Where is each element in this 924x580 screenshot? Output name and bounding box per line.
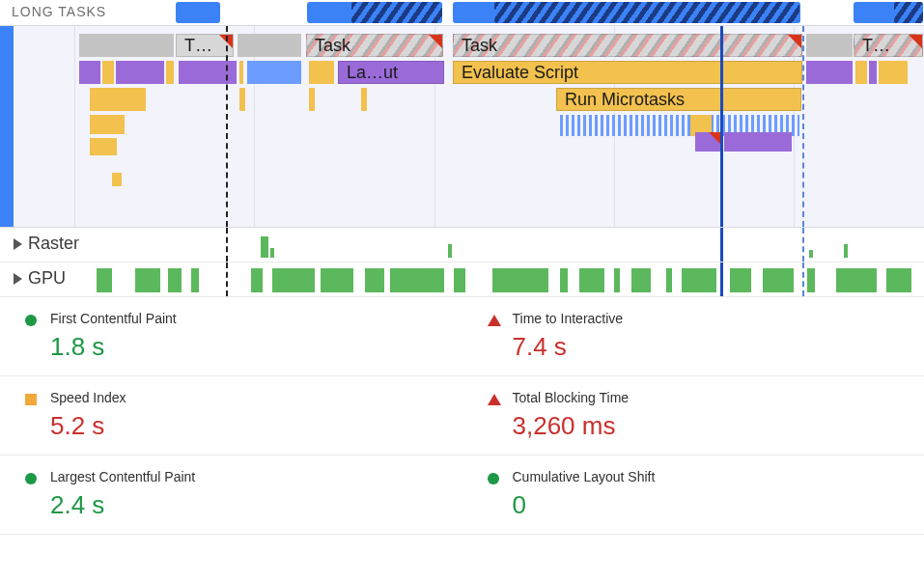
gpu-activity[interactable] [454, 268, 465, 292]
task-bar[interactable] [806, 34, 853, 57]
time-marker-dashed-blue [802, 228, 804, 262]
layout-block[interactable] [806, 61, 853, 84]
metric-largest-contentful-paint[interactable]: Largest Contentful Paint 2.4 s [0, 456, 462, 535]
status-warn-icon [25, 394, 37, 405]
gpu-activity[interactable] [614, 268, 620, 292]
task-bar[interactable]: Task [453, 34, 802, 57]
evaluate-script-bar[interactable]: Evaluate Script [453, 61, 802, 84]
layout-block[interactable] [79, 61, 100, 84]
gpu-activity[interactable] [560, 268, 568, 292]
gpu-activity[interactable] [365, 268, 384, 292]
script-block[interactable] [309, 61, 334, 84]
metric-value: 1.8 s [50, 332, 453, 362]
script-block[interactable] [112, 173, 122, 186]
metric-label: Total Blocking Time [513, 390, 915, 405]
time-marker-solid [720, 228, 723, 262]
time-marker-dashed[interactable] [226, 26, 228, 227]
status-good-icon [25, 315, 37, 326]
main-thread-flame-chart[interactable]: T… Task Task T… La…ut Evaluate Script Ru… [0, 25, 924, 228]
status-good-icon [25, 473, 37, 484]
gpu-activity[interactable] [321, 268, 353, 292]
script-block[interactable] [90, 138, 117, 155]
layout-block[interactable] [724, 132, 792, 152]
long-task-bar-hatched[interactable] [894, 2, 923, 23]
gpu-activity[interactable] [886, 268, 911, 292]
gpu-track-label: GPU [14, 268, 66, 289]
metric-value: 5.2 s [50, 411, 453, 441]
metric-label: Largest Contentful Paint [50, 469, 453, 484]
gpu-label: GPU [28, 268, 66, 289]
time-marker-dashed [226, 262, 228, 296]
task-bar[interactable]: T… [176, 34, 234, 57]
gpu-activity[interactable] [191, 268, 199, 292]
script-block[interactable] [309, 88, 315, 111]
script-block[interactable] [879, 61, 908, 84]
expand-icon[interactable] [14, 238, 22, 250]
layout-block[interactable] [695, 132, 722, 152]
script-block[interactable] [166, 61, 174, 84]
task-label: T… [184, 36, 212, 55]
task-bar[interactable]: T… [854, 34, 923, 57]
task-bar[interactable] [79, 34, 174, 57]
gpu-activity[interactable] [836, 268, 877, 292]
layout-block[interactable] [179, 61, 237, 84]
gpu-activity[interactable] [682, 268, 716, 292]
script-block[interactable] [90, 115, 125, 134]
raster-activity[interactable] [261, 236, 268, 258]
metric-total-blocking-time[interactable]: Total Blocking Time 3,260 ms [462, 376, 925, 456]
gpu-activity[interactable] [666, 268, 672, 292]
gpu-track[interactable]: GPU [0, 262, 924, 297]
layout-block[interactable] [869, 61, 877, 84]
raster-activity[interactable] [270, 248, 274, 258]
task-label: Task [315, 36, 350, 55]
layout-block[interactable] [116, 61, 164, 84]
long-task-bar-hatched[interactable] [494, 2, 799, 23]
layout-label: La…ut [347, 63, 398, 82]
raster-activity[interactable] [844, 244, 848, 258]
raster-track-label: Raster [14, 234, 79, 254]
script-block[interactable] [855, 61, 867, 84]
metric-cumulative-layout-shift[interactable]: Cumulative Layout Shift 0 [462, 456, 925, 535]
gpu-activity[interactable] [730, 268, 751, 292]
status-good-icon [488, 473, 499, 484]
gpu-activity[interactable] [168, 268, 182, 292]
task-bar[interactable] [238, 34, 301, 57]
gpu-activity[interactable] [272, 268, 315, 292]
metric-label: First Contentful Paint [50, 311, 453, 326]
block[interactable] [247, 61, 301, 84]
gpu-activity[interactable] [631, 268, 651, 292]
metric-time-to-interactive[interactable]: Time to Interactive 7.4 s [462, 297, 925, 376]
script-block[interactable] [239, 61, 243, 84]
gpu-activity[interactable] [763, 268, 794, 292]
script-block[interactable] [102, 61, 114, 84]
raster-activity[interactable] [809, 250, 813, 258]
gpu-activity[interactable] [97, 268, 112, 292]
task-bar[interactable]: Task [306, 34, 443, 57]
time-marker-solid[interactable] [720, 26, 723, 227]
script-block[interactable] [361, 88, 367, 111]
expand-icon[interactable] [14, 273, 22, 285]
microtasks-label: Run Microtasks [565, 90, 685, 109]
metric-speed-index[interactable]: Speed Index 5.2 s [0, 376, 462, 456]
layout-bar[interactable]: La…ut [338, 61, 444, 84]
gpu-activity[interactable] [579, 268, 604, 292]
metric-value: 0 [513, 490, 915, 520]
script-block[interactable] [90, 88, 146, 111]
run-microtasks-bar[interactable]: Run Microtasks [556, 88, 801, 111]
gpu-activity[interactable] [135, 268, 160, 292]
metric-label: Cumulative Layout Shift [513, 469, 915, 484]
gpu-activity[interactable] [492, 268, 548, 292]
long-task-bar-hatched[interactable] [351, 2, 442, 23]
long-task-bar[interactable] [176, 2, 220, 23]
raster-activity[interactable] [448, 244, 452, 258]
raster-track[interactable]: Raster [0, 228, 924, 262]
script-block[interactable] [239, 88, 245, 111]
gpu-activity[interactable] [390, 268, 444, 292]
gpu-activity[interactable] [807, 268, 815, 292]
time-marker-dashed-blue [802, 262, 804, 296]
metric-first-contentful-paint[interactable]: First Contentful Paint 1.8 s [0, 297, 462, 376]
time-marker-dashed-blue[interactable] [802, 26, 804, 227]
time-marker-solid [720, 262, 723, 296]
time-marker-dashed [226, 228, 228, 262]
gpu-activity[interactable] [251, 268, 263, 292]
